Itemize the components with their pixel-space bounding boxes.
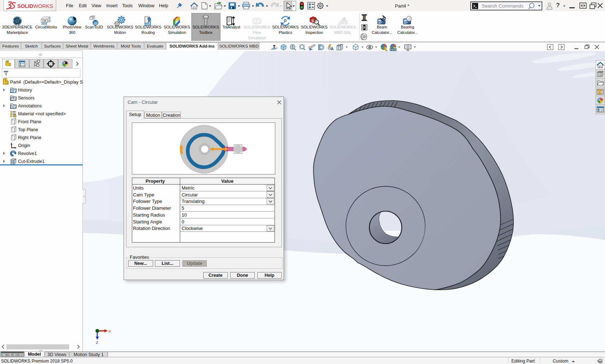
svg-text:PDF: PDF: [343, 22, 348, 24]
svg-text:A: A: [331, 47, 333, 51]
svg-text:P: P: [284, 19, 287, 24]
svg-text:3D: 3D: [343, 18, 346, 20]
svg-text:S: S: [312, 19, 314, 23]
svg-text:Z: Z: [96, 341, 98, 345]
svg-text:X: X: [108, 329, 111, 334]
svg-text:A: A: [12, 105, 14, 109]
